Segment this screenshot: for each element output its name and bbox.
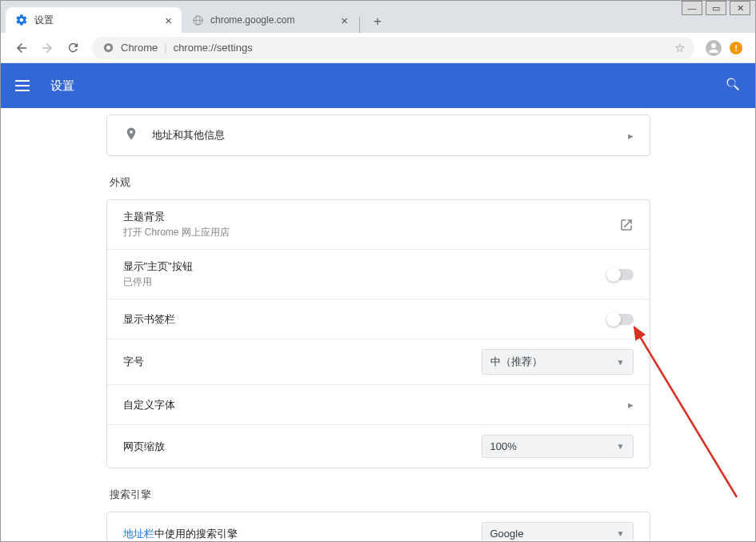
chrome-icon	[102, 42, 114, 54]
addresses-label: 地址和其他信息	[152, 128, 628, 143]
appearance-section-title: 外观	[110, 175, 647, 190]
search-section-title: 搜索引擎	[110, 488, 647, 502]
home-button-toggle[interactable]	[606, 269, 634, 280]
close-tab-icon[interactable]: ×	[165, 14, 172, 27]
tab-label: 设置	[34, 14, 54, 27]
custom-fonts-title: 自定义字体	[123, 398, 628, 412]
maximize-button[interactable]: ▭	[706, 1, 726, 15]
tab-settings[interactable]: 设置 ×	[6, 7, 182, 33]
page-title: 设置	[50, 78, 74, 94]
home-button-row: 显示"主页"按钮 已停用	[107, 249, 650, 299]
page-zoom-dropdown[interactable]: 100% ▼	[482, 435, 634, 458]
theme-row[interactable]: 主题背景 打开 Chrome 网上应用店	[107, 200, 650, 249]
url-origin: Chrome	[121, 42, 158, 54]
search-engine-dropdown[interactable]: Google ▼	[482, 522, 634, 540]
reload-button[interactable]	[62, 37, 84, 59]
theme-sub: 打开 Chrome 网上应用店	[123, 226, 619, 239]
forward-button[interactable]	[36, 37, 58, 59]
search-engine-value: Google	[490, 528, 617, 540]
close-window-button[interactable]: ✕	[730, 1, 750, 15]
font-size-value: 中（推荐）	[490, 355, 617, 369]
settings-header: 设置	[1, 63, 755, 108]
chevron-right-icon: ▸	[628, 130, 634, 142]
theme-title: 主题背景	[123, 210, 619, 224]
autofill-card: 地址和其他信息 ▸	[106, 114, 650, 156]
new-tab-button[interactable]: +	[366, 10, 389, 33]
home-button-sub: 已停用	[123, 275, 606, 289]
settings-content[interactable]: 地址和其他信息 ▸ 外观 主题背景 打开 Chrome 网上应用店 显示"主页"…	[2, 108, 754, 540]
bookmarks-bar-toggle[interactable]	[606, 314, 634, 325]
search-icon[interactable]	[725, 76, 741, 96]
svg-point-5	[711, 43, 716, 48]
search-card: 地址栏中使用的搜索引擎 Google ▼	[106, 512, 650, 540]
menu-icon[interactable]	[15, 76, 34, 95]
svg-point-4	[106, 46, 110, 50]
chevron-down-icon: ▼	[617, 529, 625, 538]
search-engine-row: 地址栏中使用的搜索引擎 Google ▼	[107, 512, 650, 540]
address-bar-link[interactable]: 地址栏	[123, 528, 154, 540]
bookmarks-bar-row: 显示书签栏	[107, 299, 650, 339]
page-zoom-title: 网页缩放	[123, 440, 482, 454]
close-tab-icon[interactable]: ×	[341, 14, 348, 27]
url-path: chrome://settings	[174, 42, 253, 54]
omnibox-row: Chrome | chrome://settings ☆ !	[1, 33, 755, 63]
search-engine-label: 地址栏中使用的搜索引擎	[123, 527, 482, 541]
minimize-button[interactable]: —	[682, 1, 702, 15]
bookmark-star-icon[interactable]: ☆	[674, 41, 685, 55]
external-link-icon	[619, 218, 634, 232]
page-zoom-row: 网页缩放 100% ▼	[107, 424, 650, 468]
update-alert-icon[interactable]: !	[730, 42, 742, 54]
appearance-card: 主题背景 打开 Chrome 网上应用店 显示"主页"按钮 已停用 显示书签栏	[106, 199, 650, 468]
custom-fonts-row[interactable]: 自定义字体 ▸	[107, 384, 650, 424]
chevron-down-icon: ▼	[617, 358, 625, 367]
profile-avatar-icon[interactable]	[706, 40, 722, 56]
chevron-down-icon: ▼	[617, 442, 625, 451]
font-size-dropdown[interactable]: 中（推荐） ▼	[482, 349, 634, 375]
url-separator: |	[164, 42, 166, 54]
gear-icon	[15, 14, 28, 26]
font-size-title: 字号	[123, 355, 482, 369]
addresses-row[interactable]: 地址和其他信息 ▸	[107, 115, 650, 155]
tab-strip: 设置 × chrome.google.com × +	[1, 1, 755, 33]
address-bar[interactable]: Chrome | chrome://settings ☆	[92, 37, 694, 59]
tab-label: chrome.google.com	[210, 14, 294, 26]
back-button[interactable]	[10, 37, 33, 59]
bookmarks-bar-title: 显示书签栏	[123, 312, 606, 327]
window-controls: — ▭ ✕	[682, 1, 750, 15]
location-icon	[123, 126, 139, 144]
font-size-row: 字号 中（推荐） ▼	[107, 339, 650, 384]
tab-chrome-google[interactable]: chrome.google.com ×	[182, 7, 358, 33]
home-button-title: 显示"主页"按钮	[123, 259, 606, 274]
chevron-right-icon: ▸	[628, 399, 634, 411]
globe-icon	[191, 14, 204, 26]
tab-divider	[359, 17, 360, 33]
search-engine-suffix: 中使用的搜索引擎	[154, 528, 238, 540]
page-zoom-value: 100%	[490, 440, 617, 452]
